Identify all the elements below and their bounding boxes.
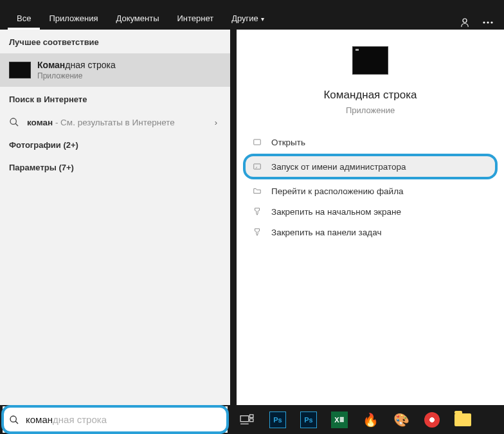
svg-line-5 — [15, 123, 18, 126]
preview-panel: Командная строка Приложение Открыть Запу… — [237, 30, 504, 405]
tab-internet[interactable]: Интернет — [168, 7, 222, 30]
svg-rect-10 — [240, 415, 249, 421]
cmd-icon — [9, 62, 31, 78]
taskbar-app-photoshop-1[interactable]: Ps — [262, 405, 293, 434]
palette-icon: 🎨 — [393, 412, 410, 428]
opera-icon — [424, 412, 440, 428]
best-match-header: Лучшее соответствие — [0, 30, 230, 53]
pin-taskbar-icon — [252, 227, 262, 237]
svg-point-0 — [463, 19, 467, 23]
pin-start-icon — [252, 206, 262, 217]
svg-point-3 — [491, 21, 492, 23]
action-pin-start[interactable]: Закрепить на начальном экране — [237, 201, 504, 222]
search-autocomplete-ghost: дная строка — [53, 414, 107, 425]
svg-point-2 — [487, 21, 489, 23]
task-view-button[interactable] — [231, 405, 262, 434]
svg-rect-7 — [254, 164, 261, 169]
search-icon — [9, 415, 19, 425]
open-icon — [252, 137, 262, 147]
search-typed-text: коман — [26, 414, 53, 425]
search-tabs: Все Приложения Документы Интернет Другие… — [0, 0, 504, 30]
category-params[interactable]: Параметры (7+) — [0, 156, 230, 179]
flame-icon: 🔥 — [363, 412, 379, 428]
internet-search-header: Поиск в Интернете — [0, 87, 230, 111]
preview-title: Командная строка — [323, 89, 417, 102]
tab-apps[interactable]: Приложения — [40, 7, 107, 30]
taskbar: командная строка Ps Ps X≣ 🔥 🎨 — [0, 405, 504, 434]
action-pin-taskbar[interactable]: Закрепить на панели задач — [237, 222, 504, 242]
result-cmd[interactable]: Командная строка Приложение — [0, 53, 230, 87]
internet-search-item[interactable]: коман - См. результаты в Интернете › — [0, 111, 230, 134]
search-icon — [9, 117, 21, 127]
action-open[interactable]: Открыть — [237, 132, 504, 152]
tab-documents[interactable]: Документы — [107, 7, 168, 30]
preview-app-icon — [352, 46, 388, 75]
action-open-location[interactable]: Перейти к расположению файла — [237, 181, 504, 201]
tab-other[interactable]: Другие▾ — [222, 7, 273, 30]
taskbar-app-photoshop-2[interactable]: Ps — [293, 405, 324, 434]
taskbar-app-flame[interactable]: 🔥 — [355, 405, 386, 434]
taskbar-app-excel[interactable]: X≣ — [324, 405, 355, 434]
more-options-icon[interactable] — [481, 15, 495, 30]
result-title: Командная строка — [37, 60, 116, 70]
preview-subtitle: Приложение — [346, 105, 395, 115]
chevron-down-icon: ▾ — [261, 15, 264, 23]
taskbar-app-paint[interactable]: 🎨 — [386, 405, 417, 434]
svg-rect-12 — [250, 419, 253, 422]
search-input[interactable]: командная строка — [3, 406, 228, 433]
svg-rect-6 — [254, 140, 261, 145]
search-box-wrap: командная строка — [3, 406, 228, 433]
svg-point-8 — [10, 416, 16, 422]
svg-point-1 — [483, 21, 485, 23]
svg-line-9 — [15, 421, 18, 424]
action-run-as-admin[interactable]: Запуск от имени администратора — [243, 154, 498, 179]
svg-rect-11 — [250, 414, 253, 417]
results-panel: Лучшее соответствие Командная строка При… — [0, 30, 230, 405]
folder-icon — [455, 413, 471, 426]
tab-all[interactable]: Все — [8, 7, 40, 30]
category-photos[interactable]: Фотографии (2+) — [0, 134, 230, 156]
taskbar-app-explorer[interactable] — [447, 405, 478, 434]
taskbar-app-opera[interactable] — [417, 405, 447, 434]
svg-point-4 — [10, 118, 16, 124]
chevron-right-icon: › — [215, 118, 221, 127]
folder-icon — [252, 186, 262, 196]
admin-icon — [252, 161, 262, 172]
result-subtitle: Приложение — [37, 71, 116, 80]
feedback-icon[interactable] — [458, 15, 472, 30]
